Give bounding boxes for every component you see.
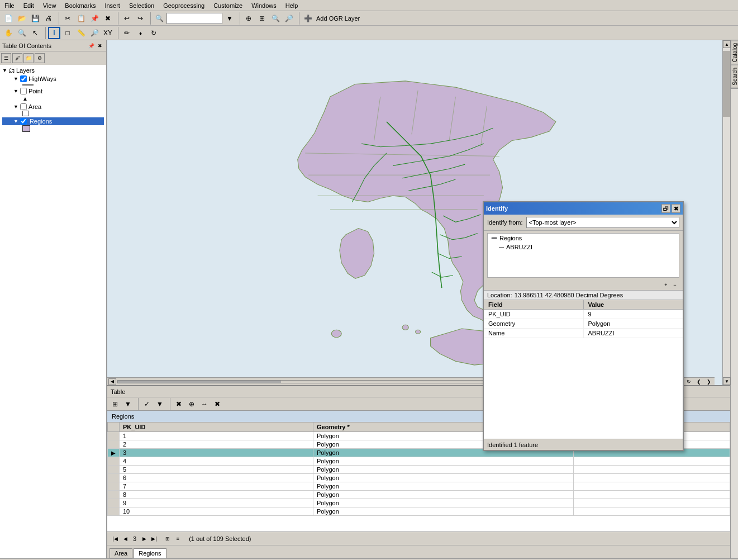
toc-tab-list[interactable]: ☰ [1,53,11,63]
toc-tab-draw[interactable]: 🖊 [12,53,22,63]
zoom-sel[interactable]: ⊞ [256,12,268,25]
highways-checkbox[interactable] [20,75,27,82]
map-vscrollbar[interactable]: ▲ ▼ [722,40,730,385]
table-view-btn1[interactable]: ⊞ [163,534,172,543]
vscroll-up[interactable]: ▲ [723,40,731,48]
open-btn[interactable]: 📂 [16,12,28,25]
sidebar-tab-search[interactable]: Search [731,65,738,88]
tree-item-regions[interactable]: ➖ Regions [488,234,679,243]
sep1 [57,12,59,25]
table-del-btn[interactable]: ✖ [212,398,223,410]
hscroll-thumb[interactable] [118,381,281,383]
undo-btn[interactable]: ↩ [121,12,133,25]
pan-btn[interactable]: ✋ [2,27,15,39]
toc-group-header[interactable]: ▼ 🗂 Layers [2,66,104,75]
regions-checkbox[interactable] [20,118,27,125]
vscroll-down[interactable]: ▼ [723,377,731,385]
dialog-close-btn[interactable]: ✖ [672,204,680,213]
page-first-btn[interactable]: |◀ [111,534,120,543]
map-extra-btn3[interactable]: ❮ [694,378,703,386]
layer-area[interactable]: ▼ Area [2,103,104,111]
map-extra-btn4[interactable]: ❯ [704,378,713,386]
dialog-restore-btn[interactable]: 🗗 [661,204,670,213]
table-view-btn2[interactable]: ≡ [173,534,182,543]
page-prev-btn[interactable]: ◀ [121,534,130,543]
layer-point[interactable]: ▼ Point [2,87,104,95]
page-last-btn[interactable]: ▶| [150,534,159,543]
zoom-out[interactable]: 🔎 [283,12,295,25]
menu-file[interactable]: File [0,1,19,10]
menu-insert[interactable]: Insert [100,1,125,10]
table-row[interactable]: 10Polygon [108,507,730,516]
identify-from-select[interactable]: <Top-most layer> [526,217,679,228]
table-row[interactable]: 7Polygon [108,482,730,491]
table-dropdown1[interactable]: ▼ [122,398,134,410]
expand-all-btn[interactable]: + [661,281,670,289]
menu-help[interactable]: Help [281,1,303,10]
menu-selection[interactable]: Selection [125,1,159,10]
layer-highways[interactable]: ▼ HighWays [2,75,104,83]
tab-area[interactable]: Area [109,548,132,558]
meas-btn[interactable]: 📏 [75,27,87,39]
table-row[interactable]: 5Polygon [108,466,730,474]
hscroll-left[interactable]: ◀ [108,378,116,385]
table-row[interactable]: 8Polygon [108,491,730,499]
info-btn[interactable]: i [48,27,60,39]
zoom-in[interactable]: 🔍 [269,12,282,25]
table-swipe-btn[interactable]: ↔ [199,398,210,410]
toc-tab-opt[interactable]: ⚙ [35,53,45,63]
svg-point-3 [416,330,421,334]
menu-bookmarks[interactable]: Bookmarks [60,1,100,10]
select-btn[interactable]: □ [61,27,74,39]
edit-btn[interactable]: ✏ [121,27,133,39]
xy-btn[interactable]: XY [102,27,114,39]
table-sel-btn[interactable]: ✓ [141,398,153,410]
zoom-full[interactable]: ⊕ [242,12,255,25]
table-row[interactable]: 4Polygon [108,457,730,466]
map-extra-btn2[interactable]: ↻ [684,378,693,386]
delete-btn[interactable]: ✖ [102,12,114,25]
collapse-all-btn[interactable]: − [670,281,679,289]
sidebar-tab-catalog[interactable]: Catalog [731,40,738,65]
redo-btn[interactable]: ↪ [134,12,146,25]
toc-pin-btn[interactable]: 📌 [87,42,95,50]
find-btn[interactable]: 🔎 [88,27,101,39]
zoom-btn[interactable]: 🔍 [16,27,28,39]
menu-view[interactable]: View [39,1,61,10]
scale-input[interactable]: 1:10,338,659 [166,13,222,24]
area-checkbox[interactable] [20,103,27,110]
table-clr-btn[interactable]: ✖ [173,398,184,410]
vertex-btn[interactable]: ⬧ [134,27,146,39]
tree-item-abruzzi[interactable]: — ABRUZZI [488,243,679,251]
menu-geoprocessing[interactable]: Geoprocessing [159,1,209,10]
cut-btn[interactable]: ✂ [61,12,74,25]
toc-tab-src[interactable]: 📁 [23,53,34,63]
layer-regions[interactable]: ▼ Regions [2,117,104,125]
table-add-btn[interactable]: ⊞ [109,398,121,410]
map-area[interactable]: ◀ ▶ ⊞ ↻ ❮ ❯ ▲ [107,40,730,385]
arrow-btn[interactable]: ↖ [29,27,41,39]
menubar: File Edit View Bookmarks Insert Selectio… [0,0,738,11]
identify-btn[interactable]: 🔍 [153,12,165,25]
paste-btn[interactable]: 📌 [88,12,101,25]
table-dropdown2[interactable]: ▼ [154,398,165,410]
table-zoom-btn[interactable]: ⊕ [186,398,197,410]
table-row[interactable]: 6Polygon [108,474,730,482]
copy-btn[interactable]: 📋 [75,12,87,25]
tab-regions[interactable]: Regions [134,548,166,558]
point-checkbox[interactable] [20,88,27,94]
rotate-btn[interactable]: ↻ [147,27,160,39]
menu-edit[interactable]: Edit [19,1,39,10]
save-btn[interactable]: 💾 [29,12,41,25]
table-row[interactable]: 9Polygon [108,499,730,507]
col-header-pkuid[interactable]: PK_UID [120,423,313,432]
print-btn[interactable]: 🖨 [42,12,55,25]
toc-close-btn[interactable]: ✖ [96,42,104,50]
vscroll-thumb[interactable] [723,51,730,117]
new-btn[interactable]: 📄 [2,12,15,25]
scale-dropdown[interactable]: ▼ [223,12,236,25]
menu-customize[interactable]: Customize [209,1,247,10]
page-next-btn[interactable]: ▶ [140,534,149,543]
add-ogr-btn[interactable]: ➕ [302,12,314,25]
menu-windows[interactable]: Windows [247,1,281,10]
